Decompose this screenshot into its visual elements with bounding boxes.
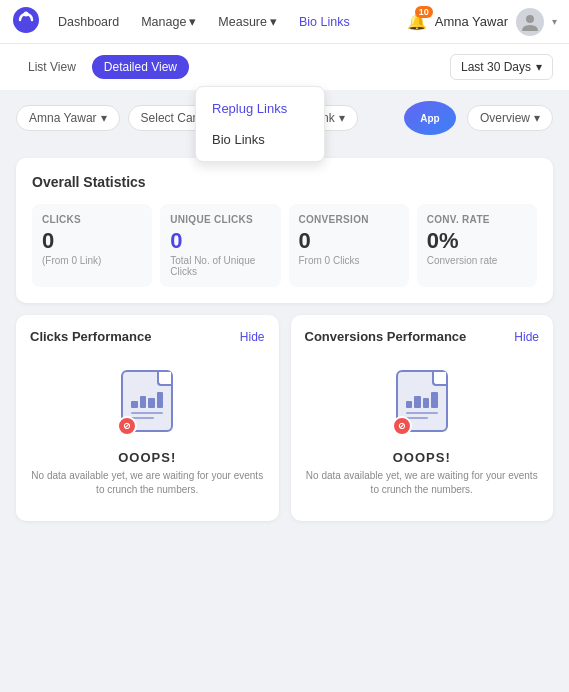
avatar[interactable] — [516, 8, 544, 36]
svg-point-0 — [13, 7, 39, 33]
user-name-label: Amna Yawar — [435, 14, 508, 29]
bar4b — [431, 392, 438, 408]
conv-rate-label: CONV. RATE — [427, 214, 527, 225]
doc-corner-2 — [432, 372, 446, 386]
stat-unique-clicks: UNIQUE CLICKS 0 Total No. of Unique Clic… — [160, 204, 280, 287]
no-entry-badge: ⊘ — [117, 416, 137, 436]
user-chevron-icon: ▾ — [552, 16, 557, 27]
conv-ooops-sub: No data available yet, we are waiting fo… — [305, 469, 540, 497]
conversion-sub: From 0 Clicks — [299, 255, 399, 266]
svg-point-2 — [526, 15, 534, 23]
list-view-button[interactable]: List View — [16, 55, 88, 79]
conv-perf-title: Conversions Performance — [305, 329, 467, 344]
conv-ooops-icon: ⊘ — [386, 370, 458, 442]
conv-rate-sub: Conversion rate — [427, 255, 527, 266]
doc-corner — [157, 372, 171, 386]
bar2 — [140, 396, 147, 409]
clicks-hide-button[interactable]: Hide — [240, 330, 265, 344]
bar4 — [157, 392, 164, 408]
notification-bell[interactable]: 🔔 10 — [407, 12, 427, 31]
clicks-label: CLICKS — [42, 214, 142, 225]
bar3b — [423, 398, 430, 408]
date-filter[interactable]: Last 30 Days ▾ — [450, 54, 553, 80]
clicks-value: 0 — [42, 229, 142, 253]
overview-chevron-icon: ▾ — [534, 111, 540, 125]
filter-row1: List View Detailed View Replug Links Bio… — [0, 44, 569, 90]
notification-count: 10 — [415, 6, 433, 18]
stat-conv-rate: CONV. RATE 0% Conversion rate — [417, 204, 537, 287]
clicks-ooops-sub: No data available yet, we are waiting fo… — [30, 469, 265, 497]
unique-clicks-label: UNIQUE CLICKS — [170, 214, 270, 225]
conv-hide-button[interactable]: Hide — [514, 330, 539, 344]
user-chevron-icon: ▾ — [101, 111, 107, 125]
conv-perf-header: Conversions Performance Hide — [305, 329, 540, 344]
performance-row: Clicks Performance Hide — [16, 315, 553, 521]
bio-links-option[interactable]: Bio Links — [196, 124, 324, 155]
navbar: Dashboard Manage ▾ Measure ▾ Bio Links 🔔… — [0, 0, 569, 44]
doc-shape: ⊘ — [121, 370, 173, 432]
bar2b — [414, 396, 421, 409]
navbar-links: Dashboard Manage ▾ Measure ▾ Bio Links — [48, 8, 407, 35]
conversion-value: 0 — [299, 229, 399, 253]
conv-ooops-area: ⊘ OOOPS! No data available yet, we are w… — [305, 360, 540, 507]
stats-card: Overall Statistics CLICKS 0 (From 0 Link… — [16, 158, 553, 303]
navbar-right: 🔔 10 Amna Yawar ▾ — [407, 8, 557, 36]
doc-chart-2 — [406, 390, 438, 408]
date-chevron-icon: ▾ — [536, 60, 542, 74]
unique-clicks-sub: Total No. of Unique Clicks — [170, 255, 270, 277]
clicks-ooops-icon: ⊘ — [111, 370, 183, 442]
bar1 — [131, 401, 138, 408]
bar3 — [148, 398, 155, 408]
logo — [12, 6, 40, 37]
conversions-performance-card: Conversions Performance Hide — [291, 315, 554, 521]
app-circle[interactable]: App — [401, 100, 459, 136]
view-toggle: List View Detailed View — [16, 55, 189, 79]
doc-chart — [131, 390, 163, 408]
doc-lines — [131, 412, 163, 422]
clicks-sub: (From 0 Link) — [42, 255, 142, 266]
unique-clicks-value: 0 — [170, 229, 270, 253]
stat-clicks: CLICKS 0 (From 0 Link) — [32, 204, 152, 287]
chevron-down-icon: ▾ — [189, 14, 196, 29]
link-type-dropdown: Replug Links Bio Links — [195, 86, 325, 162]
detailed-view-button[interactable]: Detailed View — [92, 55, 189, 79]
conversion-label: CONVERSION — [299, 214, 399, 225]
replug-links-option[interactable]: Replug Links — [196, 93, 324, 124]
doc-shape-2: ⊘ — [396, 370, 448, 432]
stats-title: Overall Statistics — [32, 174, 537, 190]
nav-measure[interactable]: Measure ▾ — [208, 8, 287, 35]
main-content: Overall Statistics CLICKS 0 (From 0 Link… — [0, 146, 569, 533]
clicks-perf-title: Clicks Performance — [30, 329, 151, 344]
conv-ooops-text: OOOPS! — [393, 450, 451, 465]
stat-conversion: CONVERSION 0 From 0 Clicks — [289, 204, 409, 287]
link-chevron-icon: ▾ — [339, 111, 345, 125]
user-filter[interactable]: Amna Yawar ▾ — [16, 105, 120, 131]
nav-manage[interactable]: Manage ▾ — [131, 8, 206, 35]
app-label: App — [420, 113, 439, 124]
bar1b — [406, 401, 413, 408]
clicks-performance-card: Clicks Performance Hide — [16, 315, 279, 521]
clicks-ooops-area: ⊘ OOOPS! No data available yet, we are w… — [30, 360, 265, 507]
stats-grid: CLICKS 0 (From 0 Link) UNIQUE CLICKS 0 T… — [32, 204, 537, 287]
no-entry-badge-2: ⊘ — [392, 416, 412, 436]
conv-rate-value: 0% — [427, 229, 527, 253]
line1 — [131, 412, 163, 414]
nav-dashboard[interactable]: Dashboard — [48, 9, 129, 35]
date-filter-label: Last 30 Days — [461, 60, 531, 74]
clicks-perf-header: Clicks Performance Hide — [30, 329, 265, 344]
overview-dropdown[interactable]: Overview ▾ — [467, 105, 553, 131]
chevron-down-icon: ▾ — [270, 14, 277, 29]
clicks-ooops-text: OOOPS! — [118, 450, 176, 465]
svg-point-1 — [24, 12, 29, 17]
nav-bio-links[interactable]: Bio Links — [289, 9, 360, 35]
line1b — [406, 412, 438, 414]
